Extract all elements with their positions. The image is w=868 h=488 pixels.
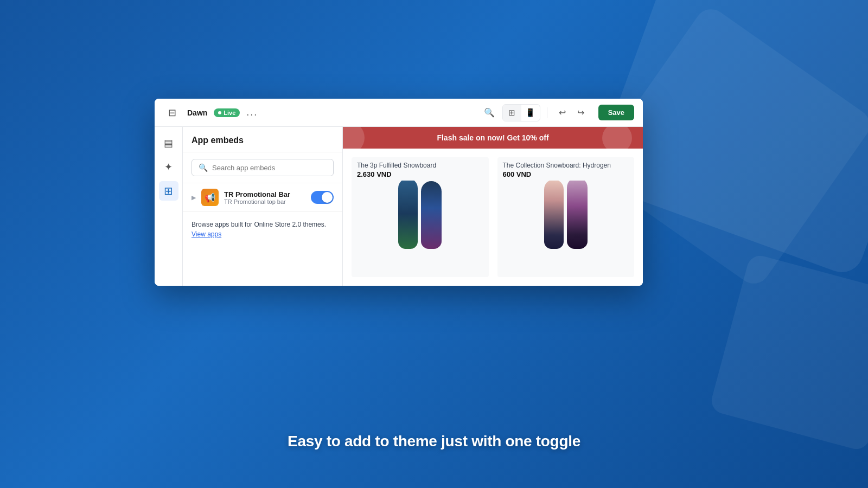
topbar-left: ⊟ Dawn Live ... bbox=[163, 104, 481, 121]
apps-icon: ✦ bbox=[164, 161, 173, 173]
redo-icon: ↪ bbox=[577, 107, 584, 118]
left-panel: App embeds 🔍 ▶ 📢 TR Promotional Bar TR P… bbox=[183, 127, 343, 286]
app-icon-symbol: 📢 bbox=[205, 192, 215, 203]
product-price-1: 2.630 VND bbox=[357, 170, 483, 178]
desktop-view-button[interactable]: ⊞ bbox=[503, 105, 521, 121]
panel-title: App embeds bbox=[183, 127, 342, 152]
bg-shape-3 bbox=[709, 253, 868, 452]
main-area: ▤ ✦ ⊞ App embeds 🔍 ▶ 📢 TR Prom bbox=[155, 127, 643, 286]
redo-button[interactable]: ↪ bbox=[572, 104, 590, 121]
sidebar-icons: ▤ ✦ ⊞ bbox=[155, 127, 183, 286]
live-label: Live bbox=[224, 110, 235, 116]
desktop-icon: ⊞ bbox=[508, 108, 515, 118]
product-info-1: The 3p Fulfilled Snowboard 2.630 VND bbox=[352, 157, 489, 181]
back-button[interactable]: ⊟ bbox=[163, 104, 181, 121]
snowboard-1 bbox=[398, 181, 418, 249]
product-name-2: The Collection Snowboard: Hydrogen bbox=[503, 162, 629, 169]
bottom-tagline: Easy to add to theme just with one toggl… bbox=[288, 433, 580, 450]
sidebar-sections-button[interactable]: ▤ bbox=[159, 133, 178, 153]
mobile-icon: 📱 bbox=[525, 108, 535, 118]
embed-item: ▶ 📢 TR Promotional Bar TR Promotional to… bbox=[183, 183, 342, 211]
view-toggle: ⊞ 📱 bbox=[502, 104, 540, 121]
products-grid: The 3p Fulfilled Snowboard 2.630 VND The… bbox=[343, 149, 643, 286]
theme-name: Dawn bbox=[187, 108, 207, 117]
embed-subtitle: TR Promotional top bar bbox=[224, 198, 305, 205]
topbar-right: 🔍 ⊞ 📱 ↩ ↪ Save bbox=[481, 104, 634, 121]
expand-icon[interactable]: ▶ bbox=[192, 194, 196, 201]
product-card-1: The 3p Fulfilled Snowboard 2.630 VND bbox=[352, 157, 489, 277]
product-image-1 bbox=[352, 181, 489, 251]
preview-area: Flash sale on now! Get 10% off The 3p Fu… bbox=[343, 127, 643, 286]
product-name-1: The 3p Fulfilled Snowboard bbox=[357, 162, 483, 169]
search-icon: 🔍 bbox=[484, 107, 495, 118]
save-button[interactable]: Save bbox=[598, 105, 634, 120]
search-bar-icon: 🔍 bbox=[199, 163, 208, 172]
snowboard-2 bbox=[421, 181, 442, 249]
browse-text: Browse apps built for Online Store 2.0 t… bbox=[192, 221, 326, 228]
snowboard-4 bbox=[567, 181, 588, 249]
product-price-2: 600 VND bbox=[503, 170, 629, 178]
view-apps-link[interactable]: View apps bbox=[192, 230, 221, 238]
sections-icon: ▤ bbox=[164, 137, 173, 149]
search-bar[interactable]: 🔍 bbox=[192, 159, 334, 176]
main-window: ⊟ Dawn Live ... 🔍 ⊞ 📱 bbox=[155, 99, 643, 286]
promo-bar: Flash sale on now! Get 10% off bbox=[343, 127, 643, 149]
toggle-knob bbox=[322, 192, 333, 203]
grid-icon: ⊞ bbox=[164, 184, 173, 197]
undo-button[interactable]: ↩ bbox=[554, 104, 571, 121]
sidebar-apps-button[interactable]: ✦ bbox=[159, 157, 178, 177]
search-input[interactable] bbox=[212, 164, 327, 172]
sidebar-grid-button[interactable]: ⊞ bbox=[159, 181, 178, 201]
embed-info: TR Promotional Bar TR Promotional top ba… bbox=[224, 190, 305, 205]
embed-name: TR Promotional Bar bbox=[224, 190, 305, 198]
product-image-2 bbox=[497, 181, 635, 251]
back-icon: ⊟ bbox=[168, 107, 176, 119]
search-button[interactable]: 🔍 bbox=[481, 104, 498, 121]
divider bbox=[547, 107, 547, 118]
more-button[interactable]: ... bbox=[246, 107, 258, 118]
product-card-2: The Collection Snowboard: Hydrogen 600 V… bbox=[497, 157, 635, 277]
live-badge: Live bbox=[214, 108, 240, 117]
product-info-2: The Collection Snowboard: Hydrogen 600 V… bbox=[497, 157, 635, 181]
embed-toggle[interactable] bbox=[311, 191, 334, 204]
browse-apps-text: Browse apps built for Online Store 2.0 t… bbox=[183, 211, 342, 247]
undo-icon: ↩ bbox=[559, 107, 566, 118]
topbar: ⊟ Dawn Live ... 🔍 ⊞ 📱 bbox=[155, 99, 643, 127]
promo-text: Flash sale on now! Get 10% off bbox=[437, 133, 548, 142]
live-dot bbox=[218, 111, 221, 114]
mobile-view-button[interactable]: 📱 bbox=[521, 105, 540, 121]
embed-app-icon: 📢 bbox=[201, 189, 219, 206]
snowboard-3 bbox=[544, 181, 564, 249]
undo-redo-group: ↩ ↪ bbox=[554, 104, 590, 121]
